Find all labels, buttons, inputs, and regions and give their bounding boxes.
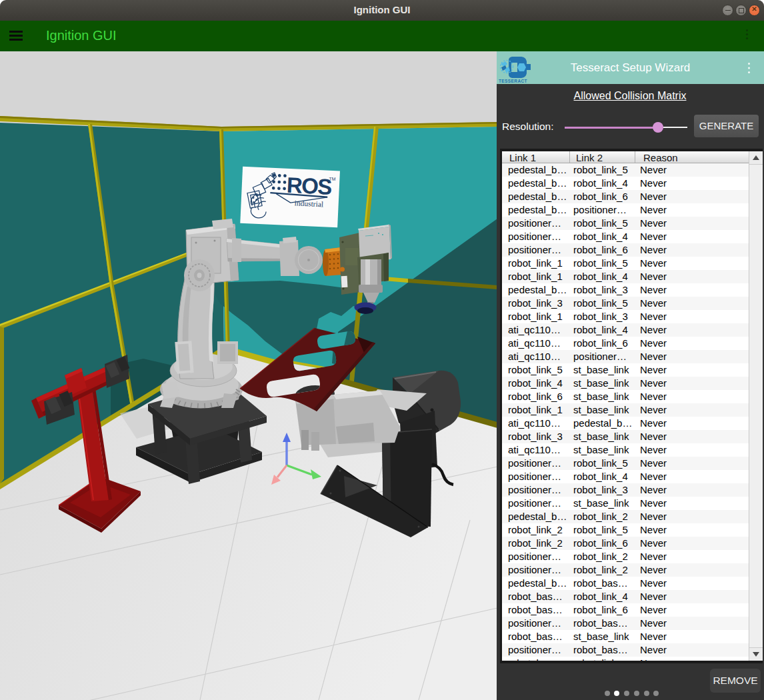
svg-text:industrial: industrial bbox=[294, 199, 323, 208]
svg-text:TM: TM bbox=[329, 177, 336, 181]
svg-text:TESSERACT: TESSERACT bbox=[499, 79, 527, 83]
